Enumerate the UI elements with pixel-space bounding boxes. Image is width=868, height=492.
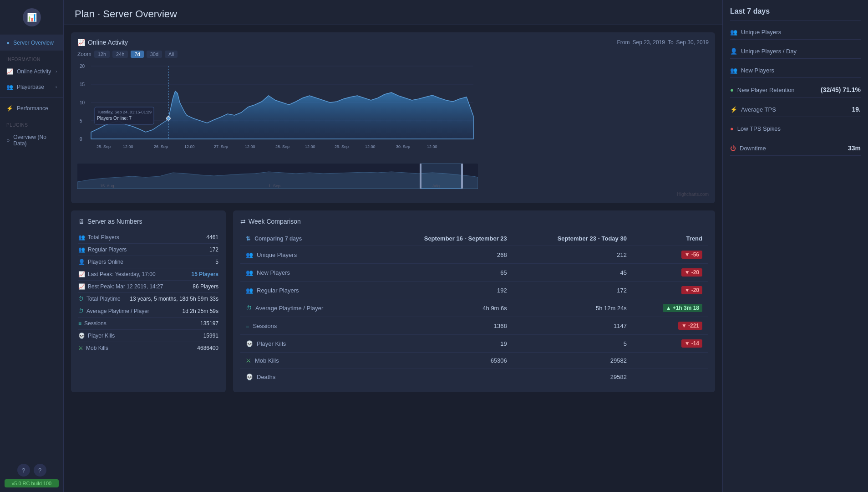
svg-text:5: 5	[80, 118, 82, 123]
version-badge: v5.0 RC build 100	[5, 479, 59, 487]
metric-cell: 💀 Player Kills	[240, 335, 372, 353]
stat-label: ⏱ Total Playtime	[78, 296, 130, 302]
player-kills-icon: 💀	[78, 333, 85, 339]
stat-label-text: Total Players	[88, 234, 119, 241]
trend-badge: ▼ -20	[681, 268, 702, 277]
svg-text:10: 10	[80, 100, 85, 105]
stat-label-text: Average Playtime / Player	[86, 308, 149, 314]
stat-value: 4686400	[197, 345, 218, 351]
trend-cell	[632, 353, 708, 369]
unique-players-icon: 👥	[246, 251, 253, 258]
numbers-title-text: Server as Numbers	[87, 218, 142, 225]
unique-players-day-icon: 👤	[730, 48, 737, 55]
main-content: Plan · Server Overview 📈 Online Activity…	[64, 0, 722, 492]
sidebar-section-information: INFORMATION	[0, 51, 63, 64]
sidebar-section-plugins: PLUGINS	[0, 116, 63, 129]
zoom-label: Zoom	[77, 51, 91, 57]
sidebar-item-performance[interactable]: ⚡ Performance	[0, 101, 63, 116]
trend-badge: ▼ -14	[681, 339, 702, 348]
stat-row: ⏱ Total Playtime 13 years, 5 months, 18d…	[78, 293, 218, 305]
panel-stat-label-text: Low TPS Spikes	[737, 125, 781, 132]
total-playtime-icon: ⏱	[78, 296, 84, 302]
svg-text:12:00: 12:00	[184, 144, 195, 149]
sidebar-item-overview-no-data[interactable]: ○ Overview (No Data)	[0, 129, 63, 151]
numbers-card-title: 🖥 Server as Numbers	[78, 218, 218, 225]
online-activity-chart[interactable]: 20 15 10 5 0	[77, 62, 478, 162]
total-players-icon: 👥	[78, 234, 85, 241]
row-label: ⚔ Mob Kills	[246, 357, 367, 364]
stat-value: 172	[209, 246, 218, 253]
right-panel: Last 7 days 👥 Unique Players 👤 Unique Pl…	[722, 0, 868, 492]
svg-text:27. Sep: 27. Sep	[214, 144, 228, 149]
avg-playtime-icon: ⏱	[246, 305, 252, 312]
stat-row: 👤 Players Online 5	[78, 256, 218, 268]
panel-stat-label-text: Unique Players	[741, 29, 781, 36]
trend-cell	[632, 369, 708, 385]
svg-text:Adg: Adg	[432, 184, 440, 188]
page-title: Plan · Server Overview	[75, 8, 711, 20]
zoom-7d-button[interactable]: 7d	[131, 51, 143, 58]
table-header-row: ⇅ Comparing 7 days September 16 - Septem…	[240, 231, 708, 246]
row-label: 💀 Player Kills	[246, 340, 367, 347]
row-label-text: Average Playtime / Player	[255, 305, 323, 312]
chart-title-text: Online Activity	[88, 39, 128, 46]
sidebar-item-server-overview[interactable]: ● Server Overview	[0, 35, 63, 51]
comparing-icon: ⇅	[246, 236, 250, 242]
trend-cell: ▼ -56	[632, 246, 708, 264]
server-as-numbers-card: 🖥 Server as Numbers 👥 Total Players 4461…	[71, 210, 226, 392]
panel-stat-label: 👥 Unique Players	[730, 29, 861, 36]
row-label-text: New Players	[257, 269, 290, 276]
unique-players-icon: 👥	[730, 29, 737, 36]
numbers-title-icon: 🖥	[78, 218, 85, 225]
chevron-right-icon: ›	[56, 69, 57, 74]
help-icon[interactable]: ?	[17, 464, 30, 477]
zoom-all-button[interactable]: All	[165, 51, 178, 58]
row-label-text: Mob Kills	[255, 357, 279, 364]
metric-cell: 💀 Deaths	[240, 369, 372, 385]
table-row: 👥 New Players 65 45 ▼ -20	[240, 264, 708, 282]
info-icon[interactable]: ?	[34, 464, 46, 477]
sidebar-item-playerbase[interactable]: 👥 Playerbase ›	[0, 79, 63, 95]
row-label: 👥 Regular Players	[246, 287, 367, 294]
stat-label-text: Player Kills	[88, 333, 115, 339]
zoom-30d-button[interactable]: 30d	[147, 51, 162, 58]
stat-value: 5	[215, 259, 218, 265]
val1-cell: 4h 9m 6s	[372, 299, 513, 317]
panel-stat-value: 19.	[852, 106, 861, 113]
sidebar-item-label: Playerbase	[17, 84, 44, 90]
zoom-12h-button[interactable]: 12h	[94, 51, 110, 58]
stat-label: ⚔ Mob Kills	[78, 345, 197, 351]
panel-stat-label-text: Unique Players / Day	[741, 48, 797, 55]
page-header: Plan · Server Overview	[64, 0, 722, 25]
panel-stat-label: ● Low TPS Spikes	[730, 125, 861, 132]
table-row: 💀 Deaths 29582	[240, 369, 708, 385]
chart-watermark: Highcharts.com	[77, 192, 709, 197]
table-row: 👥 Regular Players 192 172 ▼ -20	[240, 282, 708, 299]
metric-cell: 👥 Regular Players	[240, 282, 372, 299]
svg-text:12:00: 12:00	[365, 144, 376, 149]
stat-label-text: Mob Kills	[86, 345, 108, 351]
from-date: Sep 23, 2019	[633, 39, 665, 46]
sidebar-item-online-activity[interactable]: 📈 Online Activity ›	[0, 64, 63, 79]
panel-stat-label-text: New Player Retention	[737, 87, 795, 93]
panel-stat-value: 33m	[848, 144, 861, 152]
stat-row: 📈 Best Peak: Mar 12 2019, 14:27 86 Playe…	[78, 281, 218, 293]
svg-text:12:00: 12:00	[245, 144, 255, 149]
sidebar-item-label: Overview (No Data)	[13, 134, 57, 147]
new-players-icon: 👥	[246, 269, 253, 276]
week-title-icon: ⇄	[240, 218, 246, 225]
period2-text: September 23 - Today 30	[558, 235, 627, 242]
row-label: 👥 New Players	[246, 269, 367, 276]
row-label-text: Deaths	[257, 374, 275, 380]
panel-stat-row: ⏻ Downtime 33m	[730, 141, 861, 156]
stat-value: 135197	[200, 320, 218, 327]
from-label: From	[617, 39, 630, 46]
table-row: ⚔ Mob Kills 65306 29582	[240, 353, 708, 369]
chart-navigator[interactable]: 15. Aug 1. Sep Adg	[77, 164, 478, 191]
stat-label: 💀 Player Kills	[78, 333, 203, 339]
stat-label: 📈 Last Peak: Yesterday, 17:00	[78, 271, 192, 277]
val1-cell: 192	[372, 282, 513, 299]
table-row: 💀 Player Kills 19 5 ▼ -14	[240, 335, 708, 353]
zoom-24h-button[interactable]: 24h	[112, 51, 128, 58]
val2-cell: 5h 12m 24s	[513, 299, 632, 317]
